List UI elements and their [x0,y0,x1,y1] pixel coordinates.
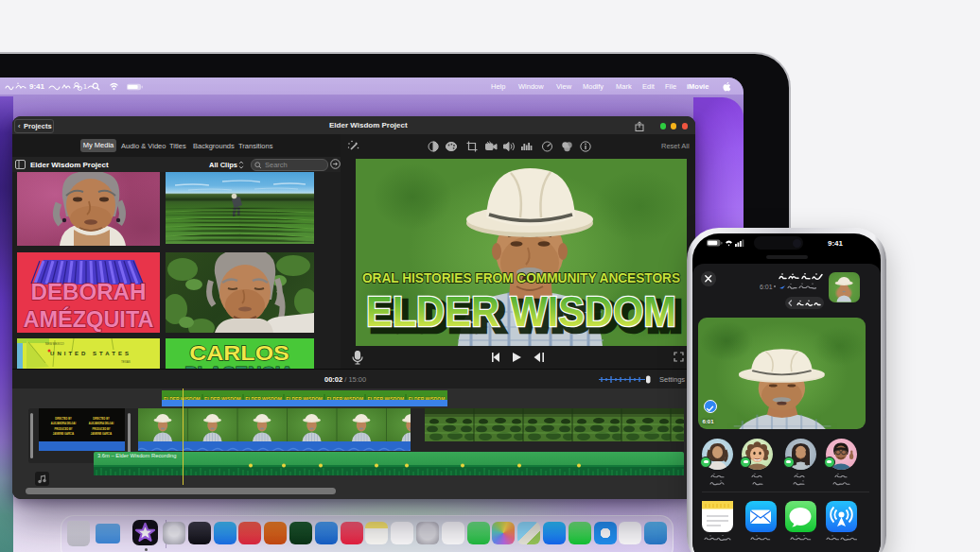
svg-text:ALEJANDRA DELGAI: ALEJANDRA DELGAI [51,422,77,425]
svg-text:PRODUCED BY: PRODUCED BY [54,427,72,431]
svg-text:NEW MEXICO: NEW MEXICO [45,342,64,346]
svg-text:UNITED STATES: UNITED STATES [50,351,131,356]
svg-text:ELDER WISDOM: ELDER WISDOM [366,288,676,334]
svg-text:JASMINE GARCIA: JASMINE GARCIA [53,432,75,436]
svg-text:AMÉZQUITA: AMÉZQUITA [24,307,154,332]
svg-text:TEXAS: TEXAS [121,360,131,364]
svg-text:ALEJANDRA DELGAI: ALEJANDRA DELGAI [89,422,114,425]
svg-text:DIRECTED BY: DIRECTED BY [93,417,110,421]
svg-text:9:41: 9:41 [29,82,45,91]
svg-text:PRODUCED BY: PRODUCED BY [92,427,110,431]
svg-text:6:01: 6:01 [760,284,773,290]
svg-text:CARLOS: CARLOS [189,341,289,366]
svg-text:DIRECTED BY: DIRECTED BY [55,417,72,421]
svg-text:JASMINE GARCIA: JASMINE GARCIA [91,432,113,436]
svg-text:ORAL HISTORIES FROM COMMUNITY: ORAL HISTORIES FROM COMMUNITY ANCESTORS [362,269,680,285]
svg-text:DEBORAH: DEBORAH [31,281,147,305]
